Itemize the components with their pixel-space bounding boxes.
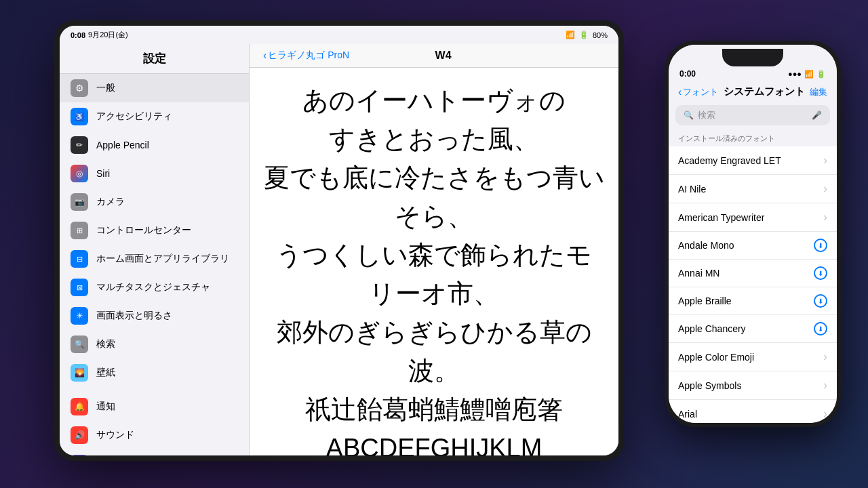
sidebar-item-multitask[interactable]: ⊠ マルチタスクとジェスチャ (60, 273, 249, 302)
nav-back-label: ヒラギノ丸ゴ ProN (268, 49, 349, 62)
sidebar-label-search: 検索 (96, 338, 115, 350)
sidebar-label-multitask: マルチタスクとジェスチャ (96, 281, 210, 293)
control-center-icon: ⊞ (71, 222, 88, 239)
iphone-status-right: ●●● 📶 🔋 (788, 69, 826, 79)
sidebar-label-home-screen: ホーム画面とアプリライブラリ (96, 253, 229, 265)
iphone-wifi-icon: 📶 (804, 70, 814, 79)
ipad-time: 0:08 (71, 31, 85, 39)
focus-icon: 🌙 (71, 455, 88, 455)
sidebar-label-notifications: 通知 (96, 401, 115, 413)
download-icon[interactable]: ⬇ (814, 294, 827, 308)
iphone-search-placeholder: 検索 (698, 109, 715, 121)
sidebar-item-home-screen[interactable]: ⊟ ホーム画面とアプリライブラリ (60, 245, 249, 273)
chevron-icon (823, 153, 827, 167)
iphone-time: 0:00 (679, 69, 696, 79)
font-display: あのイーハトーヴォの すきとおった風、 夏でも底に冷たさをもつ青いそら、 うつく… (250, 68, 618, 455)
main-nav: ‹ ヒラギノ丸ゴ ProN W4 (250, 44, 618, 68)
sidebar-item-display[interactable]: ☀ 画面表示と明るさ (60, 302, 249, 330)
font-name-apple-color-emoji: Apple Color Emoji (678, 352, 754, 363)
font-name-apple-symbols: Apple Symbols (678, 380, 741, 391)
sidebar-item-siri[interactable]: ◎ Siri (60, 159, 249, 188)
display-icon: ☀ (71, 307, 88, 325)
chevron-icon (823, 182, 827, 196)
chevron-icon (823, 210, 827, 224)
chevron-icon (823, 378, 827, 392)
sidebar-label-siri: Siri (96, 168, 110, 179)
search-icon: 🔍 (71, 336, 88, 353)
font-item-ai-nile[interactable]: AI Nile (669, 175, 837, 203)
ipad-content: 設定 ⚙ 一般 ♿ アクセシビリティ ✏ Apple Pencil (60, 44, 618, 455)
accessibility-icon: ♿ (71, 108, 88, 125)
sidebar-item-control-center[interactable]: ⊞ コントロールセンター (60, 216, 249, 245)
font-item-apple-symbols[interactable]: Apple Symbols (669, 371, 837, 400)
ipad-status-bar: 0:08 9月20日(金) 📶 🔋 80% (60, 26, 618, 44)
font-item-annai-mn[interactable]: Annai MN ⬇ (669, 260, 837, 287)
font-item-academy[interactable]: Academy Engraved LET (669, 146, 837, 175)
sidebar-item-notifications[interactable]: 🔔 通知 (60, 392, 249, 421)
sidebar: 設定 ⚙ 一般 ♿ アクセシビリティ ✏ Apple Pencil (60, 44, 250, 455)
wifi-icon: 📶 (566, 30, 575, 39)
ipad-date: 9月20日(金) (88, 30, 128, 40)
font-section-header: インストール済みのフォント (669, 128, 837, 146)
download-icon[interactable]: ⬇ (814, 322, 827, 336)
sidebar-label-display: 画面表示と明るさ (96, 310, 172, 322)
sidebar-label-sounds: サウンド (96, 429, 134, 441)
sidebar-item-apple-pencil[interactable]: ✏ Apple Pencil (60, 131, 249, 159)
iphone-back-button[interactable]: ‹ フォント (678, 86, 718, 98)
download-icon[interactable]: ⬇ (814, 266, 827, 280)
sidebar-label-accessibility: アクセシビリティ (96, 110, 172, 123)
iphone-edit-button[interactable]: 編集 (810, 86, 827, 98)
sidebar-item-general[interactable]: ⚙ 一般 (60, 74, 249, 102)
scene: 0:08 9月20日(金) 📶 🔋 80% 設定 ⚙ 一般 (0, 0, 868, 488)
home-screen-icon: ⊟ (71, 250, 88, 268)
iphone-screen: 0:00 ●●● 📶 🔋 ‹ フォント システムフォント 編集 (669, 45, 837, 423)
font-item-apple-chancery[interactable]: Apple Chancery ⬇ (669, 315, 837, 343)
iphone-mic-icon: 🎤 (812, 110, 822, 120)
ipad-screen: 0:08 9月20日(金) 📶 🔋 80% 設定 ⚙ 一般 (60, 26, 618, 455)
font-item-apple-braille[interactable]: Apple Braille ⬇ (669, 287, 837, 315)
sidebar-label-general: 一般 (96, 82, 115, 94)
iphone-search-bar[interactable]: 🔍 検索 🎤 (675, 105, 830, 125)
sidebar-item-wallpaper[interactable]: 🌄 壁紙 (60, 359, 249, 387)
font-item-andale-mono[interactable]: Andale Mono ⬇ (669, 232, 837, 260)
font-name-andale-mono: Andale Mono (678, 240, 734, 251)
iphone-back-label: フォント (683, 86, 718, 98)
chevron-icon (823, 350, 827, 364)
nav-back-button[interactable]: ‹ ヒラギノ丸ゴ ProN (263, 49, 349, 62)
sidebar-label-apple-pencil: Apple Pencil (96, 140, 149, 150)
sidebar-item-search[interactable]: 🔍 検索 (60, 330, 249, 359)
ipad-status-right: 📶 🔋 80% (566, 30, 608, 39)
multitask-icon: ⊠ (71, 279, 88, 296)
chevron-icon (823, 407, 827, 421)
sidebar-label-wallpaper: 壁紙 (96, 367, 115, 379)
font-name-apple-braille: Apple Braille (678, 296, 732, 306)
main-content: ‹ ヒラギノ丸ゴ ProN W4 あのイーハトーヴォの すきとおった風、 夏でも… (250, 44, 618, 455)
iphone-top-area: 0:00 ●●● 📶 🔋 (669, 45, 837, 81)
sidebar-label-control-center: コントロールセンター (96, 224, 191, 237)
font-list: Academy Engraved LET AI Nile American Ty… (669, 146, 837, 423)
font-item-arial[interactable]: Arial (669, 400, 837, 423)
font-name-apple-chancery: Apple Chancery (678, 323, 746, 334)
sidebar-label-camera: カメラ (96, 196, 125, 208)
iphone-notch (722, 49, 783, 66)
font-name-annai-mn: Annai MN (678, 268, 719, 279)
siri-icon: ◎ (71, 165, 88, 182)
notifications-icon: 🔔 (71, 398, 88, 415)
battery-icon: 🔋 (579, 30, 589, 39)
sidebar-item-sounds[interactable]: 🔊 サウンド (60, 421, 249, 449)
sidebar-item-accessibility[interactable]: ♿ アクセシビリティ (60, 102, 249, 131)
font-item-american-typewriter[interactable]: American Typewriter (669, 203, 837, 232)
sidebar-item-camera[interactable]: 📷 カメラ (60, 188, 249, 216)
camera-icon: 📷 (71, 193, 88, 211)
download-icon[interactable]: ⬇ (814, 239, 827, 252)
ipad-device: 0:08 9月20日(金) 📶 🔋 80% 設定 ⚙ 一般 (54, 20, 624, 461)
wallpaper-icon: 🌄 (71, 364, 88, 382)
font-name-arial: Arial (678, 409, 697, 420)
sidebar-item-focus[interactable]: 🌙 集中モード (60, 449, 249, 455)
iphone-back-chevron: ‹ (678, 86, 682, 98)
iphone-device: 0:00 ●●● 📶 🔋 ‹ フォント システムフォント 編集 (665, 41, 841, 427)
font-item-apple-color-emoji[interactable]: Apple Color Emoji (669, 343, 837, 371)
iphone-signal-icon: ●●● (788, 70, 802, 78)
font-name-american-typewriter: American Typewriter (678, 212, 764, 223)
ipad-battery: 80% (593, 31, 608, 39)
